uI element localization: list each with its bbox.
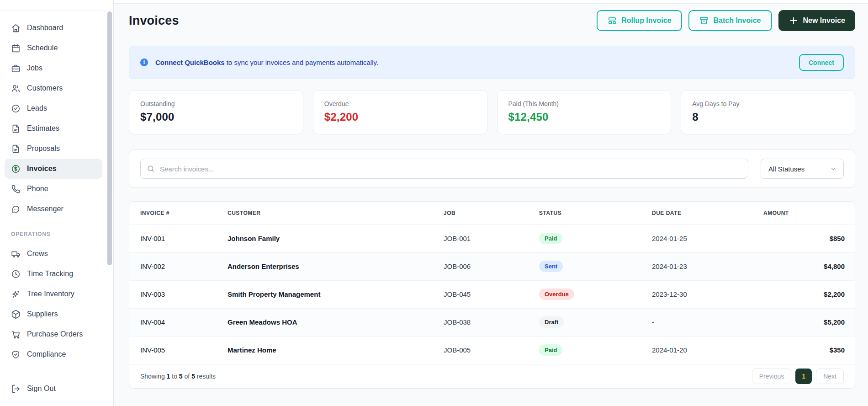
status-cell: Sent: [539, 252, 652, 280]
amount-cell: $2,200: [763, 280, 855, 308]
sidebar-scrollbar[interactable]: [107, 11, 112, 265]
invoices-table: INVOICE #CUSTOMERJOBSTATUSDUE DATEAMOUNT…: [129, 202, 855, 364]
sidebar-item-crews[interactable]: Crews: [5, 244, 102, 264]
sidebar-item-label: Compliance: [27, 350, 66, 358]
stat-label: Outstanding: [140, 100, 292, 107]
home-icon: [11, 23, 21, 33]
stat-card-avg-days-to-pay: Avg Days to Pay8: [681, 90, 855, 134]
clock-icon: [11, 269, 21, 279]
rollup-invoice-label: Rollup Invoice: [621, 16, 671, 25]
status-badge: Overdue: [539, 288, 574, 300]
quickbooks-banner: i Connect QuickBooksto sync your invoice…: [129, 46, 855, 79]
sidebar-item-leads[interactable]: Leads: [5, 98, 102, 118]
customer-cell: Green Meadows HOA: [228, 308, 444, 336]
table-footer: Showing 1 to 5 of 5 results Previous 1 N…: [129, 364, 855, 388]
table-row[interactable]: INV-003Smith Property ManagementJOB-045O…: [129, 280, 855, 308]
stat-label: Avg Days to Pay: [692, 100, 844, 107]
connect-button[interactable]: Connect: [799, 54, 844, 71]
customer-cell: Smith Property Management: [228, 280, 444, 308]
results-summary: Showing 1 to 5 of 5 results: [140, 373, 216, 380]
next-page-button[interactable]: Next: [816, 369, 844, 384]
sidebar-top-divider: [0, 11, 113, 11]
table-row[interactable]: INV-004Green Meadows HOAJOB-038Draft-$5,…: [129, 308, 855, 336]
current-page-button[interactable]: 1: [795, 369, 812, 384]
invoice-number-cell: INV-001: [129, 224, 228, 252]
table-row[interactable]: INV-002Anderson EnterprisesJOB-006Sent20…: [129, 252, 855, 280]
stat-card-outstanding: Outstanding$7,000: [129, 90, 303, 134]
rollup-icon: [608, 16, 617, 25]
sidebar-item-dashboard[interactable]: Dashboard: [5, 18, 102, 38]
table-row[interactable]: INV-001Johnson FamilyJOB-001Paid2024-01-…: [129, 224, 855, 252]
banner-bold-text: Connect QuickBooks: [155, 59, 225, 66]
cart-icon: [11, 330, 21, 339]
column-header-customer: CUSTOMER: [228, 202, 444, 224]
sidebar-item-customers[interactable]: Customers: [5, 78, 102, 98]
amount-cell: $850: [763, 224, 855, 252]
calendar-icon: [11, 43, 21, 53]
column-header-amount: AMOUNT: [763, 202, 855, 224]
sidebar-item-label: Tree Inventory: [27, 290, 74, 298]
stat-label: Overdue: [324, 100, 476, 107]
status-cell: Paid: [539, 336, 652, 364]
document-icon: [11, 144, 21, 154]
document-icon: [11, 124, 21, 134]
amount-cell: $4,800: [763, 252, 855, 280]
status-filter-value: All Statuses: [768, 165, 804, 173]
sidebar-item-label: Dashboard: [27, 24, 63, 32]
sidebar-section-label: OPERATIONS: [11, 231, 102, 237]
sidebar-item-purchase-orders[interactable]: Purchase Orders: [5, 324, 102, 344]
invoice-number-cell: INV-002: [129, 252, 228, 280]
table-row[interactable]: INV-005Martinez HomeJOB-005Paid2024-01-2…: [129, 336, 855, 364]
due-date-cell: 2024-01-25: [652, 224, 763, 252]
sidebar-item-sign-out[interactable]: Sign Out: [5, 379, 102, 399]
sidebar-item-messenger[interactable]: Messenger: [5, 199, 102, 219]
sidebar-item-label: Customers: [27, 84, 63, 92]
sidebar-item-schedule[interactable]: Schedule: [5, 38, 102, 58]
status-badge: Paid: [539, 233, 562, 244]
chat-bubble-icon: [11, 204, 21, 214]
invoices-table-card: INVOICE #CUSTOMERJOBSTATUSDUE DATEAMOUNT…: [129, 201, 855, 389]
sidebar-item-label: Crews: [27, 250, 48, 258]
sidebar-item-suppliers[interactable]: Suppliers: [5, 304, 102, 324]
previous-page-button[interactable]: Previous: [752, 369, 791, 384]
amount-cell: $5,200: [763, 308, 855, 336]
sidebar-item-label: Leads: [27, 104, 47, 112]
stat-card-overdue: Overdue$2,200: [313, 90, 487, 134]
banner-text: Connect QuickBooksto sync your invoices …: [155, 59, 378, 66]
sidebar-item-label: Proposals: [27, 144, 60, 153]
sidebar-item-phone[interactable]: Phone: [5, 179, 102, 199]
invoice-number-cell: INV-003: [129, 280, 228, 308]
stat-card-paid-this-month: Paid (This Month)$12,450: [497, 90, 672, 134]
new-invoice-label: New Invoice: [803, 16, 845, 25]
batch-invoice-button[interactable]: Batch Invoice: [688, 10, 772, 31]
package-icon: [11, 310, 21, 319]
status-cell: Paid: [539, 224, 652, 252]
status-badge: Sent: [539, 261, 563, 272]
sidebar-item-jobs[interactable]: Jobs: [5, 58, 102, 78]
sidebar-item-invoices[interactable]: Invoices: [5, 159, 102, 179]
search-input[interactable]: [140, 159, 748, 179]
pagination: Previous 1 Next: [752, 369, 844, 384]
status-filter-select[interactable]: All Statuses: [761, 159, 844, 179]
info-icon: i: [140, 59, 148, 66]
column-header-job: JOB: [444, 202, 539, 224]
sidebar-item-estimates[interactable]: Estimates: [5, 118, 102, 139]
sidebar-item-proposals[interactable]: Proposals: [5, 139, 102, 159]
dollar-circle-icon: [11, 164, 21, 174]
sidebar-item-compliance[interactable]: Compliance: [5, 344, 102, 364]
new-invoice-button[interactable]: New Invoice: [778, 10, 855, 31]
sidebar-item-tree-inventory[interactable]: Tree Inventory: [5, 284, 102, 304]
stat-value: $7,000: [140, 111, 292, 123]
stat-label: Paid (This Month): [508, 100, 660, 107]
sidebar-nav-operations: CrewsTime TrackingTree InventorySupplier…: [0, 242, 113, 364]
banner-rest-text: to sync your invoices and payments autom…: [227, 59, 378, 66]
rollup-invoice-button[interactable]: Rollup Invoice: [597, 10, 682, 31]
customer-cell: Anderson Enterprises: [228, 252, 444, 280]
stat-value: 8: [692, 111, 844, 123]
status-badge: Draft: [539, 316, 564, 328]
invoice-number-cell: INV-004: [129, 308, 228, 336]
sidebar-item-label: Time Tracking: [27, 270, 73, 278]
page-title: Invoices: [129, 14, 179, 28]
sidebar-footer: Sign Out: [0, 372, 113, 406]
sidebar-item-time-tracking[interactable]: Time Tracking: [5, 264, 102, 284]
